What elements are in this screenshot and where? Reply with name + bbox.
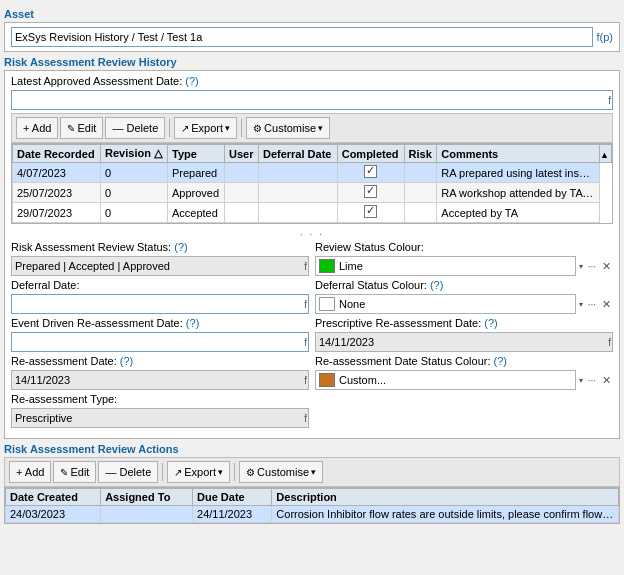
deferral-colour-dropdown[interactable]: None xyxy=(315,294,576,314)
prescriptive-input[interactable] xyxy=(315,332,613,352)
col-user: User xyxy=(224,145,258,163)
table-row[interactable]: 4/07/2023 0 Prepared RA prepared using l… xyxy=(13,163,612,183)
review-history-label: Risk Assessment Review History xyxy=(4,56,620,68)
deferral-colour-label-row: Deferral Status Colour: (?) xyxy=(315,279,613,291)
cell-date-created: 24/03/2023 xyxy=(6,506,101,523)
reassessment-colour-arrows[interactable]: ▾ xyxy=(578,376,584,385)
customise-button[interactable]: ⚙ Customise ▾ xyxy=(246,117,330,139)
add-button[interactable]: + Add xyxy=(16,117,58,139)
col-comments: Comments xyxy=(437,145,600,163)
review-actions-table: Date Created Assigned To Due Date Descri… xyxy=(5,488,619,523)
left-col: Risk Assessment Review Status: (?) f Def… xyxy=(11,241,309,431)
actions-edit-button[interactable]: ✎ Edit xyxy=(53,461,96,483)
cell-revision: 0 xyxy=(101,163,168,183)
reassessment-date-group: Re-assessment Date: (?) f xyxy=(11,355,309,390)
prescriptive-help[interactable]: (?) xyxy=(484,317,497,329)
reassessment-type-input-wrapper: f xyxy=(11,408,309,428)
cell-completed xyxy=(337,183,404,203)
event-driven-group: Event Driven Re-assessment Date: (?) f xyxy=(11,317,309,352)
reassessment-colour-help[interactable]: (?) xyxy=(494,355,507,367)
deferral-colour-help[interactable]: (?) xyxy=(430,279,443,291)
fp-tag: f(p) xyxy=(597,31,614,43)
cell-type: Approved xyxy=(167,183,224,203)
reassessment-type-input[interactable] xyxy=(11,408,309,428)
actions-delete-button[interactable]: — Delete xyxy=(98,461,158,483)
cell-date: 4/07/2023 xyxy=(13,163,101,183)
export-button[interactable]: ↗ Export ▾ xyxy=(174,117,237,139)
cell-risk xyxy=(404,183,437,203)
reassessment-date-icon: f xyxy=(304,375,307,386)
reassessment-colour-ellipsis[interactable]: ··· xyxy=(586,375,598,386)
event-driven-label-row: Event Driven Re-assessment Date: (?) xyxy=(11,317,309,329)
review-actions-label: Risk Assessment Review Actions xyxy=(4,443,620,455)
review-status-input-wrapper: f xyxy=(11,256,309,276)
edit-button[interactable]: ✎ Edit xyxy=(60,117,103,139)
table-row[interactable]: 25/07/2023 0 Approved RA workshop attend… xyxy=(13,183,612,203)
main-container: Asset f(p) Risk Assessment Review Histor… xyxy=(0,0,624,528)
latest-approved-input[interactable] xyxy=(11,90,613,110)
latest-approved-help[interactable]: (?) xyxy=(185,75,198,87)
reassessment-date-input[interactable] xyxy=(11,370,309,390)
deferral-colour-value: None xyxy=(339,298,365,310)
deferral-date-icon: f xyxy=(304,299,307,310)
table-header-row: Date Recorded Revision △ Type User Defer… xyxy=(13,145,612,163)
review-status-group: Risk Assessment Review Status: (?) f xyxy=(11,241,309,276)
event-driven-input[interactable] xyxy=(11,332,309,352)
reassessment-colour-clear[interactable]: ✕ xyxy=(600,374,613,387)
review-colour-arrows[interactable]: ▾ xyxy=(578,262,584,271)
reassessment-colour-dropdown[interactable]: Custom... xyxy=(315,370,576,390)
col-scroll: ▲ xyxy=(600,145,612,163)
cell-date: 29/07/2023 xyxy=(13,203,101,223)
col-completed: Completed xyxy=(337,145,404,163)
prescriptive-label-row: Prescriptive Re-assessment Date: (?) xyxy=(315,317,613,329)
cell-due-date: 24/11/2023 xyxy=(193,506,272,523)
scroll-hint: · · · xyxy=(11,228,613,241)
asset-row: f(p) xyxy=(11,27,613,47)
actions-separator-2 xyxy=(234,463,235,481)
deferral-colour-ellipsis[interactable]: ··· xyxy=(586,299,598,310)
deferral-date-label: Deferral Date: xyxy=(11,279,79,291)
review-status-help[interactable]: (?) xyxy=(174,241,187,253)
cell-comments: Accepted by TA xyxy=(437,203,600,223)
review-colour-ellipsis[interactable]: ··· xyxy=(586,261,598,272)
asset-input[interactable] xyxy=(11,27,593,47)
actions-customise-button[interactable]: ⚙ Customise ▾ xyxy=(239,461,323,483)
toolbar-separator-2 xyxy=(241,119,242,137)
cell-description: Corrosion Inhibitor flow rates are outsi… xyxy=(272,506,619,523)
review-history-table-container: Date Recorded Revision △ Type User Defer… xyxy=(11,143,613,224)
table-row[interactable]: 29/07/2023 0 Accepted Accepted by TA xyxy=(13,203,612,223)
cell-deferral xyxy=(258,203,337,223)
delete-button[interactable]: — Delete xyxy=(105,117,165,139)
col-type: Type xyxy=(167,145,224,163)
table-row[interactable]: 24/03/2023 24/11/2023 Corrosion Inhibito… xyxy=(6,506,619,523)
cell-revision: 0 xyxy=(101,203,168,223)
deferral-date-input[interactable] xyxy=(11,294,309,314)
review-colour-value: Lime xyxy=(339,260,363,272)
actions-add-button[interactable]: + Add xyxy=(9,461,51,483)
review-status-input[interactable] xyxy=(11,256,309,276)
reassessment-date-help[interactable]: (?) xyxy=(120,355,133,367)
actions-header-row: Date Created Assigned To Due Date Descri… xyxy=(6,489,619,506)
actions-export-button[interactable]: ↗ Export ▾ xyxy=(167,461,230,483)
deferral-colour-clear[interactable]: ✕ xyxy=(600,298,613,311)
checkbox-checked xyxy=(364,185,377,198)
review-history-table: Date Recorded Revision △ Type User Defer… xyxy=(12,144,612,223)
reassessment-type-label-row: Re-assessment Type: xyxy=(11,393,309,405)
reassessment-date-label-row: Re-assessment Date: (?) xyxy=(11,355,309,367)
col-risk: Risk xyxy=(404,145,437,163)
none-swatch xyxy=(319,297,335,311)
review-colour-dropdown[interactable]: Lime xyxy=(315,256,576,276)
deferral-colour-arrows[interactable]: ▾ xyxy=(578,300,584,309)
review-colour-label: Review Status Colour: xyxy=(315,241,424,253)
cell-type: Accepted xyxy=(167,203,224,223)
review-colour-clear[interactable]: ✕ xyxy=(600,260,613,273)
event-driven-help[interactable]: (?) xyxy=(186,317,199,329)
cell-comments: RA prepared using latest inspection data… xyxy=(437,163,600,183)
review-colour-group: Review Status Colour: Lime ▾ ··· ✕ xyxy=(315,241,613,276)
checkbox-checked xyxy=(364,205,377,218)
latest-approved-input-wrapper: f xyxy=(11,90,613,110)
cell-deferral xyxy=(258,183,337,203)
deferral-colour-label: Deferral Status Colour: (?) xyxy=(315,279,443,291)
fields-two-col: Risk Assessment Review Status: (?) f Def… xyxy=(11,241,613,431)
cell-risk xyxy=(404,203,437,223)
